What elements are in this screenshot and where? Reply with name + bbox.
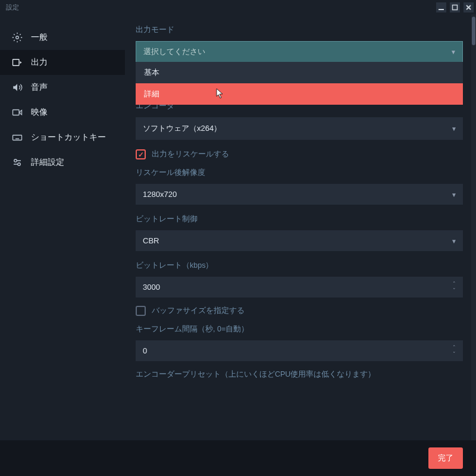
spinner-down-icon[interactable]: ˅ xyxy=(449,288,459,293)
sidebar-item-video[interactable]: 映像 xyxy=(0,100,125,125)
svg-rect-3 xyxy=(13,60,20,66)
keyboard-icon xyxy=(12,132,23,143)
spinner-down-icon[interactable]: ˅ xyxy=(449,352,459,357)
bitrate-control-label: ビットレート制御 xyxy=(136,214,463,224)
maximize-button[interactable] xyxy=(450,2,460,12)
encoder-preset-label: エンコーダープリセット（上にいくほどCPU使用率は低くなります） xyxy=(136,369,463,380)
sliders-icon xyxy=(12,157,23,168)
dropdown-option-basic[interactable]: 基本 xyxy=(136,62,463,83)
buffer-size-checkbox[interactable] xyxy=(136,306,146,316)
cursor-icon xyxy=(215,87,225,101)
buffer-size-label: バッファサイズを指定する xyxy=(152,306,245,316)
keyframe-interval-label: キーフレーム間隔（秒, 0=自動） xyxy=(136,324,463,334)
chevron-down-icon: ▼ xyxy=(451,237,457,244)
sidebar-item-label: 映像 xyxy=(31,107,48,118)
scrollbar-vertical[interactable] xyxy=(471,14,476,440)
bitrate-label: ビットレート（kbps） xyxy=(136,261,463,271)
sidebar-item-label: 一般 xyxy=(31,32,48,43)
svg-rect-5 xyxy=(13,135,22,140)
dropdown-option-label: 詳細 xyxy=(144,89,159,98)
sidebar-item-label: 音声 xyxy=(31,82,48,93)
settings-panel: 出力モード 選択してください ▼ 基本 詳細 1 ▼ エンコーダ ソフトウェア（… xyxy=(125,14,476,440)
chevron-down-icon: ▼ xyxy=(451,191,457,198)
sidebar-item-shortcuts[interactable]: ショートカットキー xyxy=(0,125,125,150)
svg-rect-4 xyxy=(13,110,20,115)
sidebar-item-advanced[interactable]: 詳細設定 xyxy=(0,150,125,175)
keyframe-interval-input[interactable]: 0 ˄ ˅ xyxy=(136,340,463,361)
rescale-output-checkbox[interactable] xyxy=(136,149,146,159)
speaker-icon xyxy=(12,82,23,93)
spinner-up-icon[interactable]: ˄ xyxy=(449,281,459,287)
svg-rect-0 xyxy=(439,9,444,10)
svg-rect-1 xyxy=(453,5,458,10)
done-button[interactable]: 完了 xyxy=(428,447,463,469)
sidebar-item-general[interactable]: 一般 xyxy=(0,25,125,50)
sidebar-item-label: ショートカットキー xyxy=(31,132,106,143)
bitrate-input[interactable]: 3000 ˄ ˅ xyxy=(136,277,463,298)
minimize-button[interactable] xyxy=(436,2,446,12)
bitrate-control-value: CBR xyxy=(143,236,159,245)
sidebar-item-audio[interactable]: 音声 xyxy=(0,75,125,100)
bitrate-value: 3000 xyxy=(143,283,160,292)
sidebar-item-label: 出力 xyxy=(31,57,48,68)
scrollbar-thumb[interactable] xyxy=(472,17,475,45)
sidebar-item-label: 詳細設定 xyxy=(31,157,64,168)
output-mode-select[interactable]: 選択してください ▼ xyxy=(136,41,463,62)
bitrate-control-select[interactable]: CBR ▼ xyxy=(136,230,463,251)
chevron-down-icon: ▼ xyxy=(451,126,457,132)
keyframe-interval-value: 0 xyxy=(143,346,147,355)
rescale-resolution-select[interactable]: 1280x720 ▼ xyxy=(136,184,463,205)
encoder-select[interactable]: ソフトウェア（x264） ▼ xyxy=(136,117,463,140)
video-icon xyxy=(12,107,23,118)
gear-icon xyxy=(12,32,23,43)
output-icon xyxy=(12,57,23,68)
output-mode-label: 出力モード xyxy=(136,25,463,35)
chevron-down-icon: ▼ xyxy=(450,49,456,55)
sidebar-item-output[interactable]: 出力 xyxy=(0,50,125,75)
rescale-resolution-value: 1280x720 xyxy=(143,190,177,199)
encoder-value: ソフトウェア（x264） xyxy=(143,124,221,133)
rescale-resolution-label: リスケール後解像度 xyxy=(136,168,463,178)
output-mode-dropdown: 基本 詳細 xyxy=(136,62,463,105)
output-mode-placeholder: 選択してください xyxy=(143,47,205,56)
spinner-up-icon[interactable]: ˄ xyxy=(449,345,459,350)
sidebar: 一般 出力 音声 映像 ショートカットキー 詳細設定 xyxy=(0,14,125,440)
svg-point-6 xyxy=(14,159,17,162)
close-button[interactable] xyxy=(464,2,474,12)
svg-point-7 xyxy=(18,163,21,166)
footer: 完了 xyxy=(0,440,476,476)
window-title: 設定 xyxy=(6,3,19,12)
svg-point-2 xyxy=(16,36,19,39)
dropdown-option-advanced[interactable]: 詳細 xyxy=(136,83,463,105)
rescale-output-label: 出力をリスケールする xyxy=(152,149,229,159)
